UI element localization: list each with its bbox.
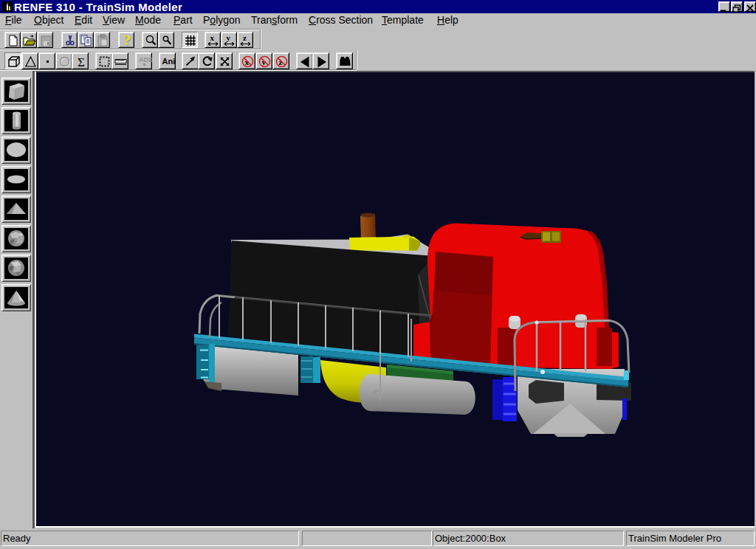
svg-text:Σ: Σ [78, 55, 85, 69]
svg-text:Ani: Ani [162, 57, 175, 66]
svg-text:ADD: ADD [139, 56, 152, 63]
svg-text:?: ? [124, 33, 131, 48]
svg-text:y: y [227, 33, 231, 42]
svg-text:x: x [210, 33, 215, 42]
svg-text:z: z [243, 33, 247, 42]
